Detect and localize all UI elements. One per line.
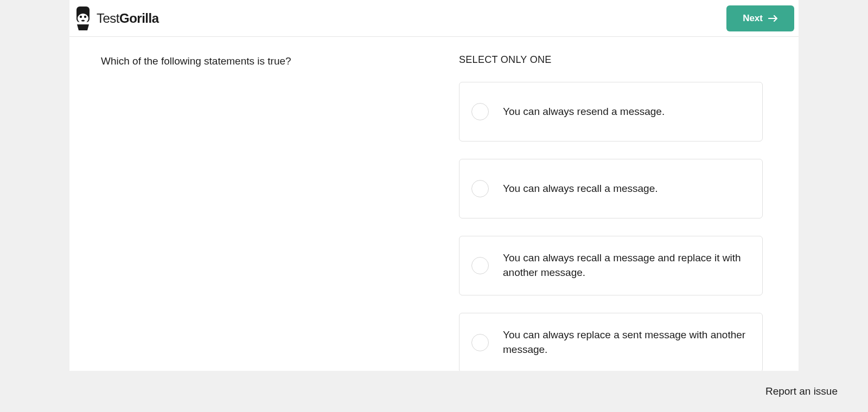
answers-column: SELECT ONLY ONE You can always resend a … xyxy=(459,54,763,390)
svg-point-4 xyxy=(81,20,85,21)
footer: Report an issue xyxy=(0,371,868,412)
option-text: You can always recall a message. xyxy=(503,182,658,196)
logo: TestGorilla xyxy=(75,5,159,31)
svg-point-3 xyxy=(84,15,86,17)
radio-icon xyxy=(471,257,489,274)
question-prompt: Which of the following statements is tru… xyxy=(101,54,437,69)
radio-icon xyxy=(471,180,489,197)
answer-option[interactable]: You can always replace a sent message wi… xyxy=(459,313,763,372)
option-text: You can always replace a sent message wi… xyxy=(503,328,750,357)
answer-option[interactable]: You can always recall a message and repl… xyxy=(459,236,763,295)
next-button-label: Next xyxy=(743,13,763,24)
radio-icon xyxy=(471,334,489,351)
svg-point-2 xyxy=(80,15,82,17)
arrow-right-icon xyxy=(768,15,778,22)
next-button[interactable]: Next xyxy=(726,5,794,31)
svg-point-1 xyxy=(78,14,88,23)
gorilla-icon xyxy=(75,5,91,31)
radio-icon xyxy=(471,103,489,120)
select-instruction: SELECT ONLY ONE xyxy=(459,54,763,66)
option-text: You can always resend a message. xyxy=(503,105,665,119)
answer-option[interactable]: You can always recall a message. xyxy=(459,159,763,218)
report-issue-link[interactable]: Report an issue xyxy=(765,385,838,397)
header: TestGorilla Next xyxy=(69,0,799,37)
main-content: Which of the following statements is tru… xyxy=(69,37,799,408)
answer-option[interactable]: You can always resend a message. xyxy=(459,82,763,141)
question-column: Which of the following statements is tru… xyxy=(101,54,437,390)
logo-text: TestGorilla xyxy=(97,11,159,26)
option-text: You can always recall a message and repl… xyxy=(503,251,750,280)
